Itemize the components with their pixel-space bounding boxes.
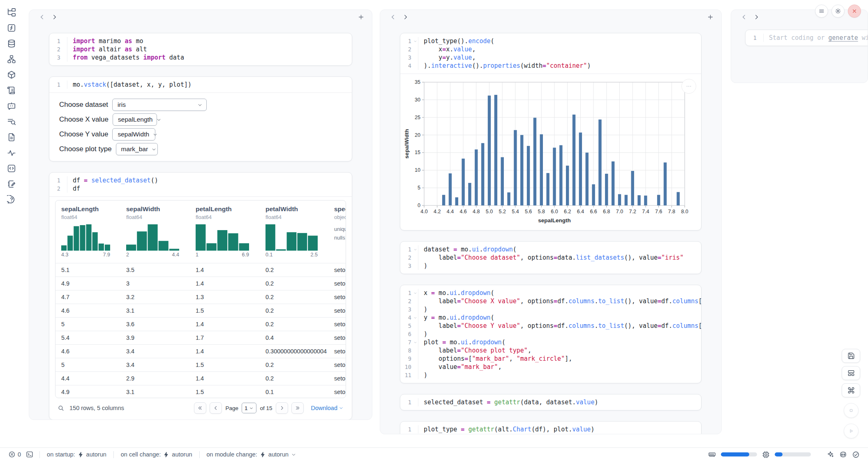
column-stat-label: nulls: (334, 235, 346, 241)
column-prev-button[interactable] (739, 12, 749, 23)
file-text-icon[interactable] (7, 132, 16, 142)
sparkles-icon[interactable] (826, 451, 834, 459)
column-next-button[interactable] (751, 12, 762, 23)
column-name: sepalLength (61, 205, 99, 213)
line-number: 2 (400, 297, 418, 305)
last-page-button[interactable] (291, 402, 304, 414)
column-next-button[interactable] (400, 12, 411, 23)
code-editor[interactable]: 1Start coding or generate with (746, 30, 868, 46)
code-editor[interactable]: 1x = mo.ui.dropdown(2 label="Choose X va… (400, 285, 701, 383)
column-histogram (265, 224, 318, 252)
errors-indicator[interactable]: 0 (8, 451, 21, 458)
stop-button[interactable] (844, 403, 859, 418)
save-button[interactable] (842, 349, 860, 363)
close-button[interactable] (848, 5, 861, 18)
run-mode-item[interactable]: on startup:autorun (44, 451, 110, 458)
shortcuts-button[interactable] (842, 383, 860, 397)
code-text: x=x.value, (418, 45, 476, 53)
column-name: species (334, 205, 346, 213)
code-token: df (73, 185, 80, 192)
database-icon[interactable] (7, 39, 16, 48)
code-square-icon[interactable] (7, 164, 16, 173)
code-token: mo. (73, 81, 84, 88)
add-cell-button[interactable] (705, 12, 716, 23)
code-editor[interactable]: 1mo.vstack([dataset, x, y, plot]) (49, 77, 352, 92)
notebook-cell: 1plot_type().encode(2 x=x.value,3 y=y.va… (400, 33, 702, 230)
code-token: "Choose dataset" (461, 254, 520, 261)
code-line: 1x = mo.ui.dropdown( (400, 289, 701, 297)
clock-check-icon[interactable] (852, 451, 860, 459)
notebook-cell: 1import marimo as mo2import altair as al… (49, 33, 352, 66)
fold-chevron-icon[interactable] (413, 245, 417, 254)
code-token: ) (594, 399, 598, 406)
layout-button[interactable] (842, 366, 860, 380)
run-mode-item[interactable]: on cell change:autorun (118, 451, 196, 458)
terminal-button[interactable] (26, 451, 33, 458)
package-icon[interactable] (7, 70, 16, 80)
fold-chevron-icon[interactable] (413, 37, 417, 45)
next-page-button[interactable] (276, 402, 288, 414)
code-token: import (143, 54, 166, 61)
table-footer: 150 rows, 5 columnsPage1of 15Download (55, 398, 346, 420)
file-tree-icon[interactable] (7, 7, 16, 17)
download-button[interactable]: Download (311, 405, 344, 411)
svg-text:6.6: 6.6 (590, 209, 597, 214)
add-cell-button[interactable] (356, 12, 366, 23)
code-line: 1dataset = mo.ui.dropdown( (400, 245, 701, 254)
dropdown-select[interactable]: sepalWidth (112, 128, 155, 141)
line-number: 1 (49, 81, 67, 89)
dropdown-select[interactable]: mark_bar (116, 143, 158, 155)
dropdown-select[interactable]: iris (112, 99, 207, 111)
activity-icon[interactable] (7, 148, 16, 158)
fold-chevron-icon[interactable] (413, 313, 417, 322)
menu-button[interactable] (815, 5, 828, 18)
function-square-icon[interactable] (7, 23, 16, 33)
scroll-text-icon[interactable] (7, 85, 16, 95)
code-editor[interactable]: 1plot_type().encode(2 x=x.value,3 y=y.va… (400, 33, 701, 74)
copilot-icon[interactable] (839, 451, 847, 459)
generate-link[interactable]: generate (829, 34, 858, 41)
column-prev-button[interactable] (388, 12, 398, 23)
code-editor[interactable]: 1import marimo as mo2import altair as al… (49, 33, 352, 65)
code-token: . (479, 246, 483, 253)
code-editor[interactable]: 1dataset = mo.ui.dropdown(2 label="Choos… (400, 242, 701, 274)
code-token: columns (672, 322, 698, 330)
page-select[interactable]: 1 (242, 403, 257, 413)
code-editor[interactable]: 1selected_dataset = getattr(data, datase… (400, 394, 701, 410)
svg-text:4.2: 4.2 (434, 209, 441, 214)
search-icon[interactable] (58, 405, 65, 412)
code-token: options (424, 355, 464, 362)
run-button[interactable] (844, 424, 859, 438)
code-token: dropdown (483, 246, 513, 253)
close-icon (851, 8, 858, 14)
line-number: 3 (49, 53, 67, 62)
control-label: Choose plot type (59, 145, 112, 153)
dropdown-select[interactable]: sepalLength (113, 113, 157, 126)
first-page-button[interactable] (194, 402, 206, 414)
help-bubble-icon[interactable] (7, 195, 16, 205)
bot-chat-icon[interactable] (7, 101, 16, 111)
notebook-pen-icon[interactable] (7, 179, 16, 189)
settings-button[interactable] (831, 5, 845, 18)
run-mode-item[interactable]: on module change:autorun (203, 451, 300, 458)
line-number: 4 (400, 313, 418, 322)
previous-page-button[interactable] (210, 402, 222, 414)
code-editor[interactable]: 1plot_type = getattr(alt.Chart(df), plot… (400, 422, 701, 434)
column-prev-button[interactable] (37, 12, 47, 23)
fold-chevron-icon[interactable] (413, 289, 417, 297)
code-token: ) (424, 371, 427, 379)
line-number: 4 (400, 62, 418, 70)
code-token: mo. (446, 339, 461, 346)
list-search-icon[interactable] (7, 117, 16, 127)
workflow-icon[interactable] (7, 54, 16, 64)
circle-x-icon (8, 451, 16, 458)
code-token: ( (502, 339, 506, 346)
table-cell: setosa (334, 290, 346, 304)
column-stat-label: unique: (334, 226, 346, 232)
chart-options-button[interactable] (681, 79, 696, 94)
code-token: as (125, 46, 132, 53)
code-editor[interactable]: 1df = selected_dataset()2df (49, 173, 352, 196)
column-next-button[interactable] (49, 12, 60, 23)
fold-chevron-icon[interactable] (413, 338, 417, 346)
line-number: 9 (400, 355, 418, 363)
